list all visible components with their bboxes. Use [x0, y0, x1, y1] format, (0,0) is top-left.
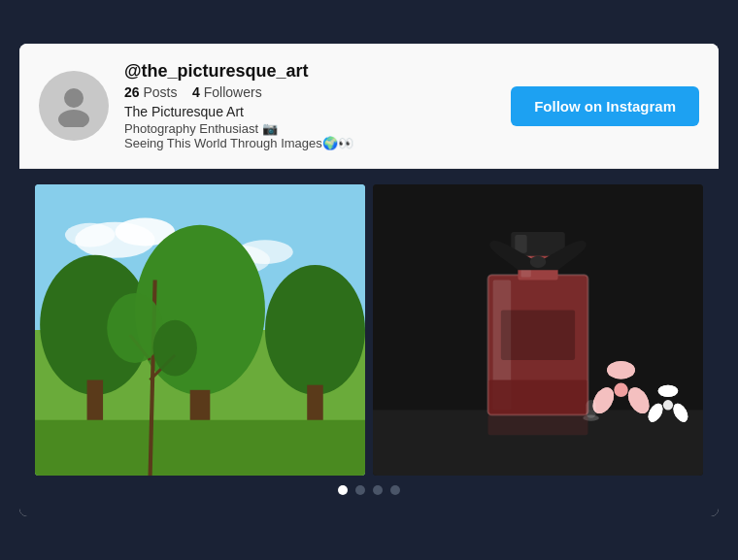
person-icon: [50, 81, 97, 131]
images-grid: [35, 184, 703, 476]
dot-4[interactable]: [390, 485, 400, 495]
svg-point-31: [530, 256, 546, 268]
profile-header: @the_picturesque_art 26 Posts 4 Follower…: [19, 44, 719, 169]
svg-point-39: [614, 383, 627, 397]
bio-line2: Seeing This World Through Images🌍👀: [124, 136, 491, 150]
image-perfume[interactable]: [373, 184, 703, 476]
followers-label: Followers: [204, 84, 262, 100]
svg-rect-49: [487, 415, 587, 436]
dot-1[interactable]: [338, 485, 348, 495]
follow-instagram-button[interactable]: Follow on Instagram: [511, 86, 699, 126]
image-nature[interactable]: [35, 184, 365, 476]
profile-info: @the_picturesque_art 26 Posts 4 Follower…: [124, 61, 491, 150]
followers-count: 4: [192, 84, 200, 100]
posts-count: 26: [124, 84, 140, 100]
dots-navigation: [35, 476, 703, 509]
svg-rect-48: [586, 400, 595, 418]
widget-container: @the_picturesque_art 26 Posts 4 Follower…: [19, 44, 719, 516]
dot-3[interactable]: [373, 485, 383, 495]
posts-label: Posts: [143, 84, 177, 100]
dot-2[interactable]: [355, 485, 365, 495]
svg-rect-25: [487, 380, 587, 415]
avatar: [39, 71, 109, 141]
bio-line1: Photography Enthusiast 📷: [124, 121, 491, 136]
svg-point-1: [58, 110, 89, 127]
svg-point-6: [65, 223, 116, 247]
images-section: [19, 169, 719, 516]
svg-rect-15: [35, 420, 365, 476]
svg-point-43: [658, 385, 679, 397]
svg-point-46: [663, 400, 673, 410]
display-name: The Picturesque Art: [124, 104, 491, 119]
svg-point-13: [265, 265, 365, 395]
svg-point-20: [153, 320, 197, 377]
stats: 26 Posts 4 Followers: [124, 84, 491, 100]
svg-point-0: [64, 88, 84, 108]
svg-point-36: [607, 361, 635, 379]
svg-rect-32: [501, 310, 575, 360]
username: @the_picturesque_art: [124, 61, 491, 82]
